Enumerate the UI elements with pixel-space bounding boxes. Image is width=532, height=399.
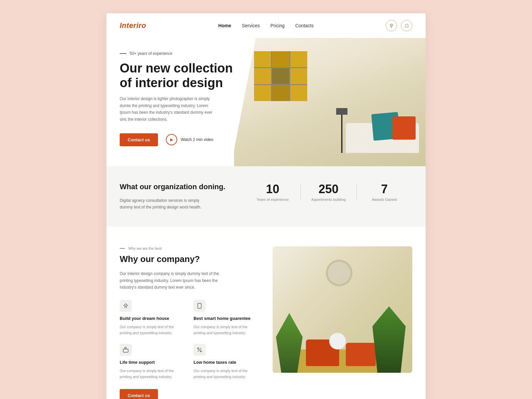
svg-rect-2: [123, 349, 128, 352]
feature-smart-home-desc: Our company is simply text of the printi…: [194, 324, 259, 336]
feature-dream-house-desc: Our company is simply text of the printi…: [120, 324, 186, 336]
stat-years-number: 10: [245, 182, 301, 196]
why-contact-button[interactable]: Contact us: [120, 389, 158, 399]
hero-description: Our interior design is lighter photograp…: [120, 95, 216, 123]
art-cell-1: [254, 51, 271, 67]
section-tag: Why we are the best: [120, 246, 259, 250]
sofa: [346, 123, 419, 153]
art-cell-4: [254, 68, 271, 84]
user-button[interactable]: ☖: [401, 20, 412, 31]
hero-image: [234, 38, 426, 166]
stat-years: 10 Years of experience: [245, 182, 301, 202]
art-cell-2: [272, 51, 289, 67]
smart-home-icon: [194, 300, 205, 312]
nav-links: Home Services Pricing Contacts: [218, 23, 314, 29]
feature-lifetime-support-name: Life time support: [120, 360, 186, 365]
logo: Interiro: [120, 21, 146, 30]
stats-left: What our organization doning. Digital ag…: [120, 182, 245, 210]
hero-title: Our new collection of interior design: [120, 61, 233, 90]
why-right: [273, 246, 412, 399]
nav-link-services[interactable]: Services: [242, 23, 260, 28]
tagline: 50+ years of experience: [120, 51, 259, 56]
contact-button[interactable]: Contact us: [120, 133, 158, 146]
why-description: Our interior design company is simply du…: [120, 270, 219, 291]
why-cta: Contact us: [120, 389, 259, 399]
art-cell-8: [272, 85, 289, 101]
low-taxes-icon: [194, 344, 205, 356]
nav-item-services[interactable]: Services: [242, 23, 260, 29]
stat-years-label: Years of experience: [257, 198, 289, 201]
search-icon: ⚲: [390, 23, 393, 28]
stat-awards-number: 7: [356, 182, 412, 196]
orange-cushion: [392, 116, 416, 140]
orange-chair-right: [346, 343, 376, 366]
nav-link-pricing[interactable]: Pricing: [270, 23, 285, 28]
feature-smart-home: Best smart home guarentee Our company is…: [194, 300, 259, 336]
interior-scene: [273, 246, 412, 373]
room-art: [254, 51, 307, 101]
lamp-stand: [341, 113, 342, 153]
stats-section: What our organization doning. Digital ag…: [106, 166, 426, 226]
user-icon: ☖: [405, 23, 409, 28]
nav-link-home[interactable]: Home: [218, 23, 231, 28]
watch-button[interactable]: ▶ Watch 2 min video: [166, 134, 213, 145]
navbar: Interiro Home Services Pricing Contacts …: [106, 13, 426, 38]
art-cell-5: [272, 68, 289, 84]
play-icon: ▶: [166, 134, 177, 145]
section-tag-dash: [120, 248, 125, 249]
lifetime-support-icon: [120, 344, 132, 356]
svg-rect-0: [198, 304, 201, 309]
stats-title: What our organization doning.: [120, 182, 231, 192]
stats-description: Digital agnecy consultation services is …: [120, 197, 206, 211]
why-section: Why we are the best Why our company? Our…: [106, 226, 426, 399]
stat-apartments: 250 Appertments building: [301, 182, 356, 202]
why-image: [273, 246, 412, 373]
art-cell-9: [290, 85, 307, 101]
search-button[interactable]: ⚲: [386, 20, 397, 31]
tagline-dash: [120, 53, 126, 54]
nav-item-pricing[interactable]: Pricing: [270, 23, 285, 29]
feature-lifetime-support: Life time support Our company is simply …: [120, 344, 186, 380]
art-cell-7: [254, 85, 271, 101]
feature-dream-house-name: Build your dream house: [120, 316, 186, 322]
watch-label: Watch 2 min video: [181, 137, 213, 142]
dream-house-icon: [120, 300, 132, 312]
stat-apartments-number: 250: [301, 182, 356, 196]
why-title: Why our company?: [120, 254, 259, 265]
features-grid: Build your dream house Our company is si…: [120, 300, 259, 380]
nav-link-contacts[interactable]: Contacts: [295, 23, 314, 28]
feature-lifetime-support-desc: Our company is simply text of the printi…: [120, 368, 186, 380]
section-tag-text: Why we are the best: [128, 246, 162, 250]
tagline-text: 50+ years of experience: [130, 51, 172, 56]
feature-smart-home-name: Best smart home guarentee: [194, 316, 259, 322]
svg-point-4: [198, 348, 199, 349]
feature-low-taxes-desc: Our company is simply text of the printi…: [194, 368, 259, 380]
plant-right: [372, 306, 406, 373]
white-decorative-ball: [329, 333, 346, 349]
art-cell-3: [290, 51, 307, 67]
round-mirror: [326, 260, 352, 286]
nav-item-home[interactable]: Home: [218, 23, 231, 29]
stat-awards-label: Awards Gained: [372, 198, 397, 201]
feature-low-taxes: Low home taxes rate Our company is simpl…: [194, 344, 259, 380]
plant-left: [276, 313, 303, 373]
why-left: Why we are the best Why our company? Our…: [120, 246, 259, 399]
stat-awards: 7 Awards Gained: [356, 182, 412, 202]
page-wrapper: Interiro Home Services Pricing Contacts …: [106, 13, 426, 399]
feature-dream-house: Build your dream house Our company is si…: [120, 300, 186, 336]
feature-low-taxes-name: Low home taxes rate: [194, 360, 259, 365]
svg-line-3: [198, 348, 201, 352]
svg-point-5: [200, 351, 201, 352]
hero-section: 50+ years of experience Our new collecti…: [106, 38, 426, 166]
nav-item-contacts[interactable]: Contacts: [295, 23, 314, 29]
room-background: [234, 38, 426, 166]
nav-icons: ⚲ ☖: [386, 20, 412, 31]
lamp-shade: [336, 108, 347, 115]
stats-numbers: 10 Years of experience 250 Appertments b…: [245, 182, 412, 202]
stat-apartments-label: Appertments building: [311, 198, 345, 201]
art-cell-6: [290, 68, 307, 84]
